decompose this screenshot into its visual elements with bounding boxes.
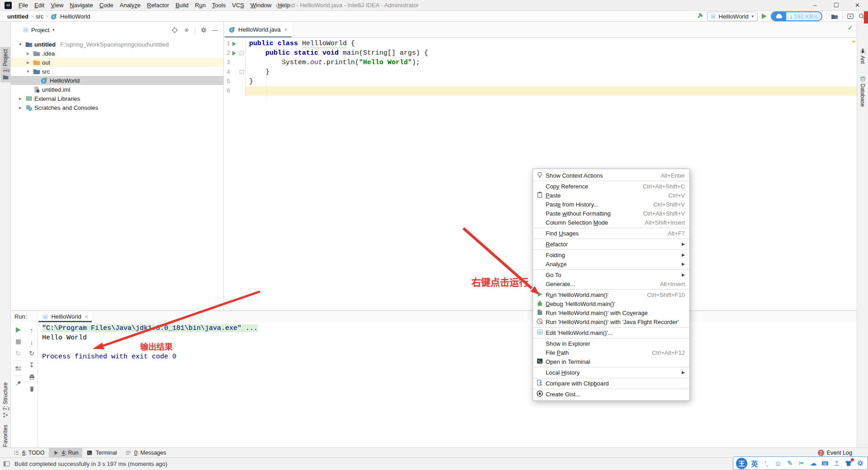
- menu-item-generate[interactable]: Generate...Alt+Insert: [533, 279, 689, 288]
- collapse-all-icon[interactable]: [183, 27, 190, 33]
- menubar-item-analyze[interactable]: Analyze: [117, 0, 144, 11]
- menu-item-run-hellloworld-main[interactable]: Run 'HellloWorld.main()'Ctrl+Shift+F10: [533, 290, 689, 299]
- run-tool-layout-button[interactable]: [12, 362, 24, 374]
- tree-expand-icon[interactable]: ▶: [25, 61, 31, 65]
- tree-item-src[interactable]: ▼src: [11, 67, 223, 76]
- tree-expand-icon[interactable]: ▶: [17, 106, 24, 110]
- menu-item-file-path[interactable]: File PathCtrl+Alt+F12: [533, 348, 689, 357]
- tree-item-out[interactable]: ▶out: [11, 58, 223, 67]
- menu-item-find-usages[interactable]: Find UsagesAlt+F7: [533, 229, 689, 238]
- tree-collapse-icon[interactable]: ▼: [25, 70, 31, 74]
- run-tool-trash-button[interactable]: [25, 383, 38, 395]
- tree-item-hellloworld[interactable]: cHellloWorld: [11, 76, 223, 85]
- ime-item-icon[interactable]: ✂: [797, 459, 806, 467]
- ime-item-icon[interactable]: ☺: [774, 460, 783, 467]
- run-tool-scroll-end-button[interactable]: ↧: [25, 359, 38, 371]
- menu-item-run-hellloworld-main-with-coverage[interactable]: Run 'HellloWorld.main()' with Coverage: [533, 308, 689, 317]
- chevron-down-icon[interactable]: ▼: [52, 28, 55, 32]
- toolwindow-button-terminal[interactable]: Terminal: [82, 448, 121, 458]
- menu-item-folding[interactable]: Folding▶: [533, 250, 689, 259]
- ime-item-icon[interactable]: ’,: [762, 460, 771, 467]
- menubar-item-refactor[interactable]: Refactor: [144, 0, 172, 11]
- tree-item-scratches-and-consoles[interactable]: ▶Scratches and Consoles: [11, 103, 223, 112]
- code-area[interactable]: 1public class HellloWorld {2- public sta…: [224, 38, 857, 96]
- toolwindow-button-4-run[interactable]: 4: Run: [49, 448, 83, 458]
- build-hammer-icon[interactable]: [695, 13, 703, 20]
- ime-item-icon[interactable]: 英: [750, 459, 759, 468]
- run-console[interactable]: "C:\Program Files\Java\jdk1.8.0_181\bin\…: [38, 322, 857, 447]
- menu-item-local-history[interactable]: Local History▶: [533, 368, 689, 377]
- maximize-button[interactable]: ☐: [826, 0, 847, 11]
- ime-item-icon[interactable]: ✎: [785, 459, 794, 467]
- fold-marker-icon[interactable]: -: [238, 48, 245, 58]
- project-structure-icon[interactable]: [831, 13, 838, 20]
- tab-helloworld-java[interactable]: c HellloWorld.java ×: [225, 22, 292, 38]
- run-gutter-icon[interactable]: [230, 48, 238, 58]
- breadcrumb-item-src[interactable]: src: [36, 13, 43, 20]
- menu-item-column-selection-mode[interactable]: Column Selection ModeAlt+Shift+Insert: [533, 218, 689, 227]
- ime-keyboard-icon[interactable]: [821, 460, 830, 467]
- menubar-item-navigate[interactable]: Navigate: [66, 0, 96, 11]
- minimize-button[interactable]: –: [804, 0, 826, 11]
- tree-collapse-icon[interactable]: ▼: [17, 42, 24, 47]
- run-tool-rerun-failed-button[interactable]: ↻: [12, 348, 24, 359]
- run-tool-pin-button[interactable]: [12, 377, 24, 389]
- tree-item-untitled[interactable]: ▼untitledF:\spring_WorkSpace\springcloud…: [11, 40, 223, 49]
- breadcrumb-item-hellloworld[interactable]: HellloWorld: [60, 13, 90, 20]
- menu-item-paste-without-formatting[interactable]: Paste without FormattingCtrl+Alt+Shift+V: [533, 209, 689, 218]
- run-line-icon[interactable]: [232, 42, 236, 46]
- ime-item-icon[interactable]: ☁: [809, 459, 818, 467]
- fold-marker-icon[interactable]: -: [238, 67, 245, 77]
- menu-item-open-in-terminal[interactable]: Open in Terminal: [533, 357, 689, 366]
- ime-toolbar[interactable]: 王英’,☺✎✂☁: [733, 456, 868, 470]
- run-configuration-select[interactable]: HellloWorld ▼: [707, 12, 758, 21]
- menu-item-compare-with-clipboard[interactable]: Compare with Clipboard: [533, 379, 689, 388]
- run-tool-stop-button[interactable]: [12, 336, 24, 348]
- breadcrumb-item-untitled[interactable]: untitled: [7, 13, 28, 20]
- sidebar-tab-ant[interactable]: Ant: [858, 48, 868, 64]
- gear-icon[interactable]: [200, 27, 207, 33]
- tree-item-idea[interactable]: ▶.idea: [11, 49, 223, 58]
- sidebar-tab-7-structure[interactable]: 7: Structure: [0, 380, 10, 420]
- menubar-item-vcs[interactable]: VCS: [229, 0, 247, 11]
- menubar-item-build[interactable]: Build: [172, 0, 192, 11]
- menubar-item-file[interactable]: File: [15, 0, 31, 11]
- menu-item-show-context-actions[interactable]: Show Context ActionsAlt+Enter: [533, 171, 689, 180]
- menu-item-run-hellloworld-main-with-java-flight-re[interactable]: Run 'HellloWorld.main()' with 'Java Flig…: [533, 317, 689, 326]
- menu-item-copy-reference[interactable]: Copy ReferenceCtrl+Alt+Shift+C: [533, 182, 689, 191]
- run-tool-rerun-button[interactable]: ↻: [25, 348, 38, 359]
- close-button[interactable]: ✕: [847, 0, 868, 11]
- tree-item-external-libraries[interactable]: ▶External Libraries: [11, 94, 223, 103]
- toolwindow-button-6-todo[interactable]: 6: TODO: [9, 448, 49, 458]
- run-tool-play-button[interactable]: [12, 324, 24, 336]
- tree-item-untitled-iml[interactable]: untitled.iml: [11, 85, 223, 94]
- hide-panel-icon[interactable]: —: [212, 27, 218, 33]
- tree-expand-icon[interactable]: ▶: [17, 97, 24, 101]
- locate-file-icon[interactable]: [171, 27, 178, 33]
- menu-item-debug-hellloworld-main[interactable]: Debug 'HellloWorld.main()': [533, 299, 689, 308]
- tree-expand-icon[interactable]: ▶: [25, 52, 31, 56]
- project-panel-title[interactable]: Project: [31, 27, 49, 33]
- menubar-item-window[interactable]: Window: [247, 0, 274, 11]
- toolwindow-button-0-messages[interactable]: 0: Messages: [121, 448, 170, 458]
- netdisk-speed-badge[interactable]: ↓162 KB/s: [771, 11, 822, 21]
- menu-item-refactor[interactable]: Refactor▶: [533, 240, 689, 249]
- menu-item-edit-hellloworld-main[interactable]: Edit 'HellloWorld.main()'...: [533, 328, 689, 337]
- run-line-icon[interactable]: [232, 51, 236, 56]
- fold-icon[interactable]: -: [240, 70, 244, 74]
- menubar-item-view[interactable]: View: [47, 0, 66, 11]
- menubar-item-tools[interactable]: Tools: [209, 0, 229, 11]
- ime-shirt-icon[interactable]: [844, 460, 853, 467]
- sidebar-tab-1-project[interactable]: 1: Project: [0, 47, 10, 82]
- run-gutter-icon[interactable]: [230, 39, 238, 48]
- ime-item-icon[interactable]: 王: [736, 458, 747, 469]
- menu-item-go-to[interactable]: Go To▶: [533, 270, 689, 279]
- sidebar-tab-database[interactable]: Database: [858, 76, 868, 107]
- run-tool-printer-button[interactable]: [25, 371, 38, 383]
- run-tool-up-button[interactable]: ↑: [25, 324, 38, 336]
- ime-gearblue-icon[interactable]: [856, 460, 865, 467]
- menu-item-paste[interactable]: PasteCtrl+V: [533, 191, 689, 200]
- menu-item-paste-from-history[interactable]: Paste from History...Ctrl+Shift+V: [533, 200, 689, 209]
- run-button[interactable]: [762, 14, 767, 19]
- run-anything-icon[interactable]: [847, 13, 854, 20]
